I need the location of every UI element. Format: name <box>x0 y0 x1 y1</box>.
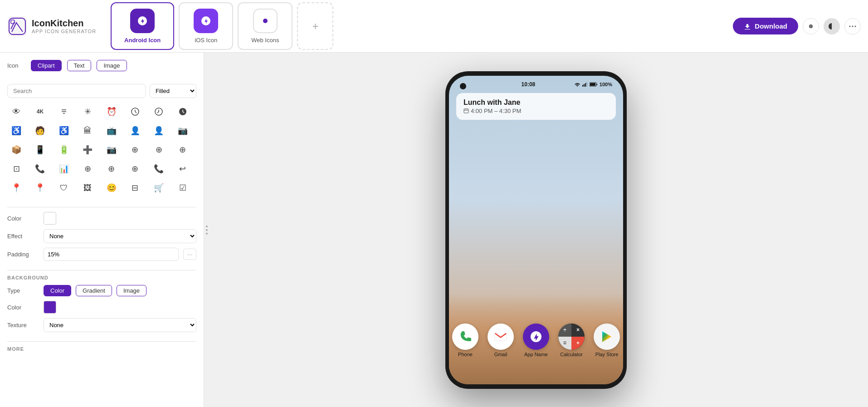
icon-cell[interactable] <box>55 103 73 121</box>
calc-q3: = <box>558 337 571 350</box>
app-item-gmail: Gmail <box>488 324 514 357</box>
icon-cell[interactable]: ☑ <box>174 179 192 197</box>
icon-cell[interactable]: ⊕ <box>174 141 192 159</box>
color-row: Color <box>7 212 196 225</box>
icon-cell[interactable]: ⊕ <box>126 160 144 178</box>
icon-cell[interactable]: 😊 <box>102 179 121 197</box>
icon-cell[interactable]: 🏛 <box>78 122 97 140</box>
icon-cell[interactable] <box>174 103 192 121</box>
icon-cell[interactable]: ↩ <box>174 160 192 178</box>
icon-cell[interactable]: ↗ <box>31 198 49 202</box>
icon-cell[interactable] <box>126 103 144 121</box>
notification-card: Lunch with Jane 4:00 PM – 4:30 PM <box>456 93 616 120</box>
icon-cell[interactable] <box>150 103 168 121</box>
icon-cell[interactable]: 📦 <box>7 141 25 159</box>
bg-type-color-button[interactable]: Color <box>44 285 71 296</box>
icon-cell[interactable]: 📊 <box>55 160 73 178</box>
tab-android[interactable]: Android Icon <box>111 2 174 50</box>
add-tab-icon: + <box>312 20 318 33</box>
icon-cell[interactable]: 📍 <box>31 179 49 197</box>
tab-web[interactable]: Web Icons <box>238 2 293 50</box>
icon-cell[interactable]: ➕ <box>78 141 97 159</box>
icon-cell[interactable]: 📞 <box>150 160 168 178</box>
theme-toggle-button[interactable] <box>824 18 840 34</box>
icon-cell[interactable]: 📍 <box>7 179 25 197</box>
icon-cell[interactable]: ⊕ <box>78 160 97 178</box>
icon-cell[interactable]: 🛒 <box>150 179 168 197</box>
icon-cell[interactable]: 📱 <box>31 141 49 159</box>
bg-type-gradient-button[interactable]: Gradient <box>76 285 112 296</box>
icon-cell[interactable]: 📊 <box>102 198 121 202</box>
wifi-icon <box>574 82 580 87</box>
texture-label: Texture <box>7 322 39 329</box>
icon-cell[interactable]: 👁 <box>7 103 25 121</box>
icon-cell[interactable]: ⊡ <box>7 160 25 178</box>
icon-cell[interactable]: 👤 <box>150 122 168 140</box>
lightning-icon <box>530 330 542 343</box>
icon-cell[interactable]: ✳ <box>78 103 97 121</box>
icon-cell[interactable]: ⊞ <box>55 198 73 202</box>
icon-cell[interactable]: 🛡 <box>55 179 73 197</box>
link-icon <box>807 23 814 30</box>
icon-cell[interactable]: ♿ <box>55 122 73 140</box>
padding-input[interactable] <box>44 248 179 261</box>
padding-more-button[interactable]: ··· <box>183 249 196 260</box>
tab-cards: Android Icon iOS Icon Web Icons + <box>111 2 727 50</box>
app-item-phone: Phone <box>452 324 478 357</box>
texture-select[interactable]: None <box>44 318 196 332</box>
playstore-app-icon <box>594 324 620 350</box>
bg-type-image-button[interactable]: Image <box>117 285 146 296</box>
icon-cell[interactable]: 🔔 <box>7 198 25 202</box>
drag-handle[interactable] <box>204 222 210 238</box>
svg-rect-13 <box>582 85 583 87</box>
filter-select[interactable]: Filled Outlined Sharp <box>150 84 196 98</box>
icon-cell[interactable]: 🖨 <box>126 198 144 202</box>
effect-row: Effect None <box>7 229 196 243</box>
icon-cell[interactable]: 📺 <box>102 122 121 140</box>
icon-cell[interactable]: ⊙ <box>150 198 168 202</box>
tab-ios[interactable]: iOS Icon <box>179 2 233 50</box>
icon-type-section: Icon Clipart Text Image <box>7 60 196 77</box>
icon-cell[interactable]: 🖼 <box>78 179 97 197</box>
icon-cell[interactable]: 🔋 <box>55 141 73 159</box>
more-options-button[interactable] <box>844 18 861 34</box>
logo-icon <box>7 16 27 36</box>
header-actions: Download <box>733 18 861 34</box>
phone-app-icon <box>452 324 478 350</box>
add-tab-button[interactable]: + <box>297 2 333 50</box>
icon-cell[interactable]: 🧑 <box>31 122 49 140</box>
icon-cell[interactable]: 📷 <box>102 141 121 159</box>
phone-screen: 10:08 100% Lunch with Jane <box>449 76 623 384</box>
status-right: 100% <box>574 82 612 87</box>
svg-rect-16 <box>586 82 587 87</box>
download-button[interactable]: Download <box>733 18 798 34</box>
effect-select[interactable]: None <box>44 229 196 243</box>
download-label: Download <box>755 22 787 30</box>
icon-cell[interactable]: 👤 <box>126 122 144 140</box>
link-button[interactable] <box>803 18 819 34</box>
type-text-button[interactable]: Text <box>67 60 92 71</box>
icon-cell[interactable]: ⏰ <box>102 103 121 121</box>
icon-color-swatch[interactable] <box>44 212 56 225</box>
custom-app-icon <box>523 324 549 350</box>
svg-point-3 <box>263 19 268 23</box>
icon-cell[interactable]: ⊕ <box>150 141 168 159</box>
preview-area: 10:08 100% Lunch with Jane <box>204 53 868 407</box>
bg-color-swatch[interactable] <box>44 301 56 314</box>
icon-cell[interactable]: 📷 <box>174 122 192 140</box>
icon-cell[interactable]: ⊟ <box>126 179 144 197</box>
app-item-custom: App Name <box>523 324 549 357</box>
tab-android-label: Android Icon <box>124 37 161 44</box>
type-image-button[interactable]: Image <box>97 60 127 71</box>
type-clipart-button[interactable]: Clipart <box>31 60 62 71</box>
icon-cell[interactable]: 🔒 <box>174 198 192 202</box>
icon-cell[interactable]: ♿ <box>7 122 25 140</box>
icon-cell[interactable]: ⊕ <box>102 160 121 178</box>
gmail-icon <box>494 331 507 342</box>
icon-cell[interactable]: ⊞ <box>78 198 97 202</box>
icon-cell[interactable]: ⊕ <box>126 141 144 159</box>
icon-cell[interactable]: 4K <box>31 103 49 121</box>
notification-time: 4:00 PM – 4:30 PM <box>463 108 609 114</box>
icon-cell[interactable]: 📞 <box>31 160 49 178</box>
search-input[interactable] <box>7 84 146 98</box>
